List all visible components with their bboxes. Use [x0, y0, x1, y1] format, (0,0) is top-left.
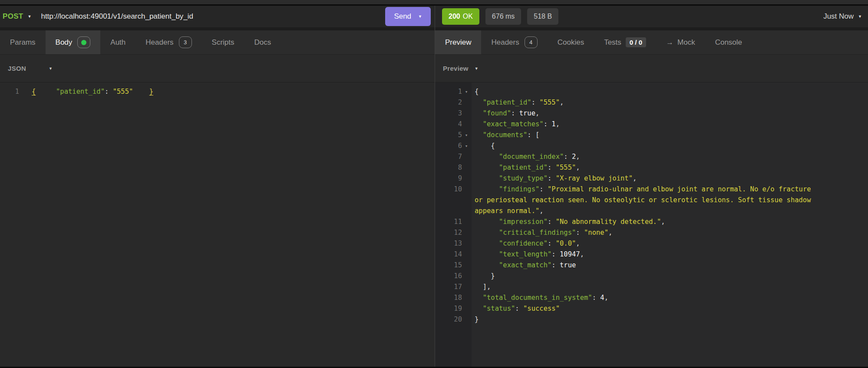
- status-text: OK: [463, 13, 473, 20]
- tab-tests[interactable]: Tests 0 / 0: [594, 30, 656, 54]
- code-text: "patient_id": "555",: [471, 97, 868, 108]
- fold-spacer: [462, 108, 471, 119]
- fold-spacer: [462, 151, 471, 162]
- line-number: 6: [435, 141, 462, 151]
- request-body-editor[interactable]: 1{ "patient_id": "555" }: [0, 82, 435, 367]
- fold-spacer: [462, 217, 471, 227]
- tab-auth[interactable]: Auth: [100, 30, 135, 54]
- code-line: 5▾ "documents": [: [435, 130, 868, 141]
- tab-preview[interactable]: Preview: [435, 30, 481, 54]
- status-badge: 200 OK: [442, 8, 479, 25]
- fold-spacer: [462, 260, 471, 271]
- request-pane: POST ▼ http://localhost:49001/v1/search_…: [0, 6, 435, 367]
- code-line: 10 "findings": "Proximal radio-ulnar and…: [435, 184, 868, 195]
- response-view-row: Preview ▼: [435, 55, 868, 82]
- body-type-row: JSON ▼: [0, 55, 435, 82]
- fold-toggle-icon[interactable]: ▾: [462, 86, 471, 97]
- fold-spacer: [462, 184, 471, 195]
- code-line: 15 "exact_match": true: [435, 260, 868, 271]
- fold-spacer: [462, 282, 471, 292]
- line-number: 17: [435, 282, 462, 292]
- code-text: { "patient_id": "555" }: [25, 86, 435, 97]
- section-divider: [435, 27, 868, 30]
- tab-console-label: Console: [715, 38, 742, 47]
- tab-headers-label: Headers: [145, 38, 173, 47]
- response-view-selector[interactable]: Preview: [443, 65, 469, 72]
- tab-mock[interactable]: → Mock: [656, 30, 705, 54]
- code-text: "status": "success": [471, 303, 868, 314]
- url-input[interactable]: http://localhost:49001/v1/search_patient…: [41, 12, 193, 21]
- tab-mock-label: Mock: [677, 38, 695, 47]
- tab-params[interactable]: Params: [0, 30, 46, 54]
- body-present-badge: [77, 36, 90, 48]
- line-number: 1: [435, 86, 462, 97]
- response-pane: 200 OK 676 ms 518 B Just Now ▼ Preview H…: [435, 6, 868, 367]
- code-line: or periosteal reaction seen. No osteolyt…: [435, 195, 868, 206]
- main-split: POST ▼ http://localhost:49001/v1/search_…: [0, 6, 868, 367]
- tab-body-label: Body: [56, 38, 73, 47]
- method-selector[interactable]: POST: [3, 12, 23, 21]
- fold-toggle-icon[interactable]: ▾: [462, 141, 471, 151]
- fold-spacer: [462, 162, 471, 173]
- code-line: 17 ],: [435, 282, 868, 292]
- line-number: 16: [435, 271, 462, 282]
- response-size-badge: 518 B: [527, 8, 558, 25]
- response-time-badge: 676 ms: [485, 8, 521, 25]
- body-dot-icon: [81, 40, 86, 45]
- fold-spacer: [462, 238, 471, 249]
- fold-spacer: [462, 249, 471, 260]
- method-caret-icon[interactable]: ▼: [28, 14, 32, 19]
- code-line: 20}: [435, 314, 868, 325]
- fold-spacer: [462, 271, 471, 282]
- fold-spacer: [462, 195, 471, 206]
- code-text: "patient_id": "555",: [471, 162, 868, 173]
- fold-spacer: [462, 97, 471, 108]
- code-line: 2 "patient_id": "555",: [435, 97, 868, 108]
- line-number: 13: [435, 238, 462, 249]
- fold-spacer: [19, 86, 25, 97]
- tests-count-badge: 0 / 0: [626, 37, 646, 47]
- tab-console[interactable]: Console: [705, 30, 752, 54]
- code-line: 3 "found": true,: [435, 108, 868, 119]
- section-divider: [0, 27, 435, 30]
- tab-body[interactable]: Body: [46, 30, 101, 54]
- line-number: 1: [0, 86, 19, 97]
- code-line: 1{ "patient_id": "555" }: [0, 86, 435, 97]
- body-type-caret-icon[interactable]: ▼: [49, 66, 53, 71]
- code-line: appears normal.",: [435, 206, 868, 217]
- tab-scripts[interactable]: Scripts: [202, 30, 244, 54]
- response-body-viewer[interactable]: 1▾{2 "patient_id": "555",3 "found": true…: [435, 82, 868, 367]
- history-label: Just Now: [823, 12, 854, 21]
- line-number: 2: [435, 97, 462, 108]
- code-text: "document_index": 2,: [471, 151, 868, 162]
- response-status-bar: 200 OK 676 ms 518 B Just Now ▼: [435, 6, 868, 27]
- tab-cookies[interactable]: Cookies: [548, 30, 594, 54]
- code-text: "documents": [: [471, 130, 868, 141]
- send-button[interactable]: Send ▼: [385, 7, 431, 26]
- line-number: 5: [435, 130, 462, 141]
- line-number: 4: [435, 119, 462, 130]
- tab-docs[interactable]: Docs: [244, 30, 281, 54]
- send-button-label: Send: [394, 12, 411, 21]
- status-code: 200: [449, 13, 460, 20]
- fold-toggle-icon[interactable]: ▾: [462, 130, 471, 141]
- request-url-bar: POST ▼ http://localhost:49001/v1/search_…: [0, 6, 435, 27]
- body-type-selector[interactable]: JSON: [8, 65, 26, 72]
- code-text: "exact_match": true: [471, 260, 868, 271]
- send-options-caret-icon[interactable]: ▼: [418, 14, 422, 19]
- response-view-caret-icon[interactable]: ▼: [475, 66, 479, 71]
- line-number: 7: [435, 151, 462, 162]
- tab-headers[interactable]: Headers 3: [135, 30, 201, 54]
- tab-docs-label: Docs: [254, 38, 271, 47]
- line-number: 3: [435, 108, 462, 119]
- history-dropdown[interactable]: Just Now ▼: [823, 12, 862, 21]
- tab-response-headers[interactable]: Headers 4: [481, 30, 547, 54]
- code-line: 19 "status": "success": [435, 303, 868, 314]
- code-text: "impression": "No abnormality detected."…: [471, 217, 868, 227]
- line-number: 18: [435, 292, 462, 303]
- line-number: 20: [435, 314, 462, 325]
- tab-auth-label: Auth: [110, 38, 125, 47]
- line-number: 15: [435, 260, 462, 271]
- code-line: 16 }: [435, 271, 868, 282]
- mock-arrow-icon: →: [666, 38, 673, 47]
